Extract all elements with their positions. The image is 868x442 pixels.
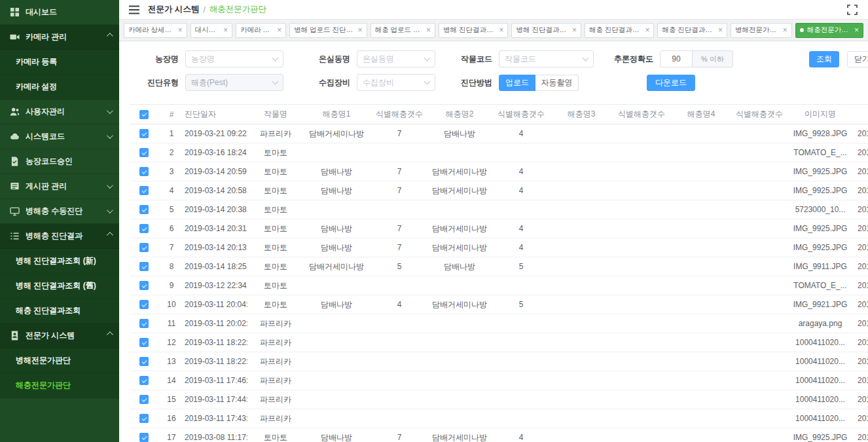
tab-close-icon[interactable]: × — [854, 26, 859, 34]
row-checkbox[interactable] — [139, 357, 149, 366]
tab-close-icon[interactable]: × — [572, 26, 577, 34]
tab-item[interactable]: 대시보드× — [190, 23, 232, 38]
row-checkbox[interactable] — [139, 395, 149, 404]
fullscreen-icon[interactable] — [847, 5, 858, 15]
tab-close-icon[interactable]: × — [499, 26, 503, 34]
cell — [490, 390, 552, 409]
greenhouse-select[interactable]: 온실동명 — [357, 50, 435, 67]
sidebar-subitem[interactable]: 해충전문가판단 — [0, 373, 119, 398]
tab-close-icon[interactable]: × — [223, 26, 228, 34]
table-row[interactable]: 12019-03-21 09:22:00파프리카담배거세미나방7담배나방4IMG… — [130, 124, 868, 143]
select-all-checkbox[interactable] — [139, 110, 149, 119]
tab-item[interactable]: 해충 업로드 진단× — [371, 23, 435, 38]
row-checkbox[interactable] — [139, 205, 149, 214]
tab-item[interactable]: 병해 진단결과조회× — [439, 23, 508, 38]
table-row[interactable]: 42019-03-14 20:58:46토마토담배나방7담배거세미나방4IMG_… — [130, 181, 868, 200]
table-row[interactable]: 62019-03-14 20:31:03토마토담배나방7담배거세미나방4IMG_… — [130, 219, 868, 238]
row-checkbox[interactable] — [139, 414, 149, 423]
row-checkbox[interactable] — [139, 243, 149, 252]
table-row[interactable]: 32019-03-14 20:59:38토마토담배나방7담배거세미나방4IMG_… — [130, 162, 868, 181]
sidebar-item-system-code[interactable]: 시스템코드 — [0, 124, 119, 149]
sidebar-subitem-label: 해충전문가판단 — [16, 380, 71, 391]
sidebar-item-dashboard[interactable]: 대시보드 — [0, 0, 119, 25]
sidebar-item-diagnosis-results[interactable]: 병해충 진단결과 — [0, 224, 119, 249]
download-button[interactable]: 다운로드 — [647, 75, 695, 91]
sidebar-item-users[interactable]: 사용자관리 — [0, 100, 119, 124]
auto-capture-method-button[interactable]: 자동촬영 — [535, 75, 579, 91]
tab-close-icon[interactable]: × — [426, 26, 431, 34]
sidebar-item-monitor[interactable]: 병해충 수동진단 — [0, 199, 119, 224]
tab-item-active[interactable]: 해충전문가판단× — [795, 23, 863, 38]
cell: 2019-03-14 20:13:53 — [185, 238, 247, 257]
crop-code-select[interactable]: 작물코드 — [499, 50, 594, 67]
tab-close-icon[interactable]: × — [277, 26, 281, 34]
close-button[interactable]: 닫기 — [847, 51, 868, 67]
row-checkbox[interactable] — [139, 319, 149, 328]
cell — [673, 219, 729, 238]
tab-close-icon[interactable]: × — [645, 26, 649, 34]
cell — [429, 409, 490, 428]
search-button[interactable]: 조회 — [809, 51, 839, 67]
row-checkbox[interactable] — [139, 262, 149, 271]
sidebar-item-expert-system[interactable]: 전문가 시스템 — [0, 323, 119, 348]
tab-close-icon[interactable]: × — [718, 26, 723, 34]
tab-item[interactable]: 병해 진단결과상세× — [511, 23, 581, 38]
filter-row-2: 진단유형 해충(Pest) 수집장비 수집장비 진단방법 업로드 자동촬영 다운… — [130, 74, 868, 91]
tab-item[interactable]: 해충 진단결과조회× — [585, 23, 654, 38]
table-row[interactable]: 102019-03-11 20:04:40토마토담배나방4담배거세미나방5IMG… — [130, 295, 868, 314]
tab-item[interactable]: 병해 업로드 진단 (新)× — [289, 23, 367, 38]
row-checkbox[interactable] — [139, 129, 149, 138]
farm-name-select[interactable]: 농장명 — [185, 50, 283, 67]
table-row[interactable]: 162019-03-11 17:43:34파프리카1000411020...20… — [130, 409, 868, 428]
row-checkbox[interactable] — [139, 300, 149, 309]
row-checkbox[interactable] — [139, 433, 149, 442]
table-row[interactable]: 142019-03-11 17:46:58파프리카1000411020...20… — [130, 371, 868, 390]
row-checkbox[interactable] — [139, 338, 149, 347]
equipment-select[interactable]: 수집장비 — [357, 74, 435, 91]
table-row[interactable]: 132019-03-11 18:22:03파프리카1000411020...20… — [130, 352, 868, 371]
tab-close-icon[interactable]: × — [358, 26, 363, 34]
chevron-down-icon — [272, 54, 279, 61]
table-row[interactable]: 82019-03-14 18:25:32토마토담배거세미나방5담배나방5IMG_… — [130, 257, 868, 276]
tab-close-icon[interactable]: × — [178, 26, 183, 34]
table-row[interactable]: 22019-03-16 18:24:43토마토TOMATO_E_...2019 — [130, 143, 868, 162]
sidebar-subitem[interactable]: 해충 진단결과조회 — [0, 299, 119, 323]
row-checkbox[interactable] — [139, 148, 149, 157]
sidebar-subitem[interactable]: 병해전문가판단 — [0, 348, 119, 373]
row-checkbox[interactable] — [139, 224, 149, 233]
cell: 2018 — [851, 181, 868, 200]
sidebar-subitem[interactable]: 카메라 등록 — [0, 50, 119, 75]
header-cell: 해충명3 — [552, 105, 610, 124]
row-checkbox-cell — [130, 276, 158, 295]
cell: 토마토 — [247, 143, 304, 162]
table-row[interactable]: 152019-03-11 17:44:33파프리카1000411020...20… — [130, 390, 868, 409]
header-cell: 해충명2 — [429, 105, 490, 124]
sidebar-subitem[interactable]: 병해 진단결과조회 (舊) — [0, 274, 119, 299]
tab-item[interactable]: 카메라 설정× — [236, 23, 286, 38]
table-row[interactable]: 52019-03-14 20:38:56토마토5723000_10...2019 — [130, 200, 868, 219]
sidebar-subitem[interactable]: 병해 진단결과조회 (新) — [0, 249, 119, 274]
sidebar-subitem[interactable]: 카메라 설정 — [0, 75, 119, 100]
sidebar-item-camera[interactable]: 카메라 관리 — [0, 25, 119, 50]
table-row[interactable]: 172019-03-08 11:17:59토마토담배나방7담배거세미나방4IMG… — [130, 428, 868, 442]
row-checkbox[interactable] — [139, 186, 149, 195]
cell — [673, 352, 729, 371]
row-checkbox[interactable] — [139, 376, 149, 385]
sidebar-item-board[interactable]: 게시판 관리 — [0, 174, 119, 199]
sidebar-item-farm-approval[interactable]: 농장코드승인 — [0, 149, 119, 174]
table-row[interactable]: 122019-03-11 18:22:20파프리카1000411020...20… — [130, 333, 868, 352]
table-row[interactable]: 92019-03-12 22:34:44토마토TOMATO_E_...2019 — [130, 276, 868, 295]
hamburger-menu-icon[interactable] — [128, 5, 140, 15]
row-checkbox[interactable] — [139, 281, 149, 290]
cell — [610, 409, 673, 428]
tab-close-icon[interactable]: × — [783, 26, 787, 34]
row-checkbox[interactable] — [139, 167, 149, 176]
tab-item[interactable]: 카메라 상세설정× — [124, 23, 187, 38]
accuracy-input[interactable] — [660, 50, 693, 67]
table-row[interactable]: 72019-03-14 20:13:53토마토담배나방7담배거세미나방4IMG_… — [130, 238, 868, 257]
tab-item[interactable]: 해충 진단결과상세× — [657, 23, 727, 38]
cell: 2019-03-14 20:59:38 — [185, 162, 247, 181]
tab-item[interactable]: 병해전문가판단× — [731, 23, 792, 38]
upload-method-button[interactable]: 업로드 — [499, 75, 535, 91]
table-row[interactable]: 112019-03-11 20:02:41파프리카aragaya.png2019 — [130, 314, 868, 333]
